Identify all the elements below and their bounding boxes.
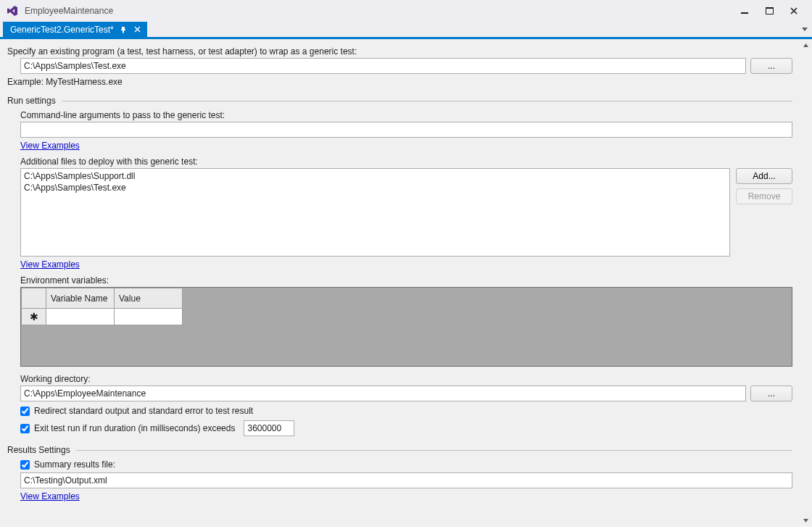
new-row-icon: ✱ xyxy=(22,309,46,325)
program-example: Example: MyTestHarness.exe xyxy=(7,77,792,87)
window-title: EmployeeMaintenance xyxy=(25,6,113,16)
env-value-cell[interactable] xyxy=(115,309,183,325)
env-col-value[interactable]: Value xyxy=(115,288,183,309)
scroll-up-icon[interactable] xyxy=(800,39,812,51)
add-file-button[interactable]: Add... xyxy=(736,168,792,184)
program-label: Specify an existing program (a test, tes… xyxy=(7,46,792,57)
results-heading: Results Settings xyxy=(7,445,70,455)
env-name-cell[interactable] xyxy=(46,309,115,325)
exit-duration-input[interactable] xyxy=(244,420,294,436)
vertical-scrollbar[interactable] xyxy=(800,39,812,527)
workdir-browse-button[interactable]: ... xyxy=(750,386,792,401)
document-tab-label: GenericTest2.GenericTest* xyxy=(10,25,114,35)
tab-close-icon[interactable] xyxy=(133,25,143,35)
workdir-label: Working directory: xyxy=(20,374,792,384)
files-view-examples-link[interactable]: View Examples xyxy=(20,259,80,270)
env-col-name[interactable]: Variable Name xyxy=(46,288,115,309)
workdir-input[interactable] xyxy=(20,386,746,401)
redirect-checkbox[interactable] xyxy=(20,407,30,416)
env-vars-label: Environment variables: xyxy=(20,275,792,286)
svg-rect-0 xyxy=(741,12,748,14)
document-tab-bar: GenericTest2.GenericTest* xyxy=(0,22,812,39)
exit-label: Exit test run if run duration (in millis… xyxy=(34,423,235,433)
summary-label: Summary results file: xyxy=(34,459,115,470)
program-path-input[interactable] xyxy=(20,58,746,74)
pin-icon[interactable] xyxy=(118,25,128,35)
title-bar: EmployeeMaintenance xyxy=(0,0,812,22)
remove-file-button: Remove xyxy=(736,188,792,204)
program-browse-button[interactable]: ... xyxy=(750,58,792,74)
visual-studio-icon xyxy=(6,4,19,17)
divider xyxy=(76,450,792,451)
additional-files-label: Additional files to deploy with this gen… xyxy=(20,157,792,167)
minimize-button[interactable] xyxy=(732,1,757,20)
scroll-down-icon[interactable] xyxy=(800,515,812,527)
close-button[interactable] xyxy=(782,1,806,20)
cmdline-label: Command-line arguments to pass to the ge… xyxy=(20,110,792,120)
summary-checkbox[interactable] xyxy=(20,460,30,470)
list-item[interactable]: C:\Apps\Samples\Test.exe xyxy=(24,182,726,193)
tab-overflow-icon[interactable] xyxy=(798,22,812,37)
cmdline-view-examples-link[interactable]: View Examples xyxy=(20,141,80,151)
results-view-examples-link[interactable]: View Examples xyxy=(20,491,80,501)
editor-content: Specify an existing program (a test, tes… xyxy=(0,39,800,527)
summary-file-input[interactable] xyxy=(20,472,792,488)
maximize-button[interactable] xyxy=(757,1,782,20)
run-settings-heading: Run settings xyxy=(7,96,56,106)
env-vars-grid[interactable]: Variable Name Value ✱ xyxy=(20,287,792,367)
svg-rect-2 xyxy=(766,7,774,9)
divider xyxy=(62,101,792,101)
grid-corner xyxy=(22,288,46,309)
cmdline-input[interactable] xyxy=(20,122,792,138)
list-item[interactable]: C:\Apps\Samples\Support.dll xyxy=(24,170,726,182)
additional-files-listbox[interactable]: C:\Apps\Samples\Support.dll C:\Apps\Samp… xyxy=(20,168,730,257)
document-tab[interactable]: GenericTest2.GenericTest* xyxy=(3,22,147,37)
redirect-label: Redirect standard output and standard er… xyxy=(34,406,253,416)
exit-checkbox[interactable] xyxy=(20,424,30,433)
